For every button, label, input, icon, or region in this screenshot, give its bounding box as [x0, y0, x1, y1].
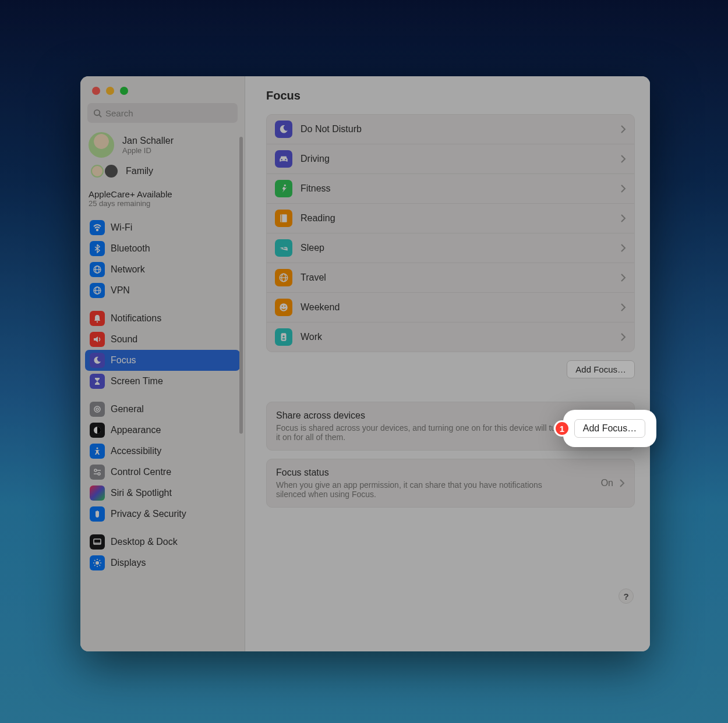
focus-row-label: Work	[301, 332, 620, 342]
svg-point-13	[97, 448, 98, 449]
bluetooth-icon	[90, 241, 105, 256]
sidebar-item-accessibility[interactable]: Accessibility	[85, 441, 240, 462]
focus-row-driving[interactable]: Driving	[267, 144, 634, 174]
add-focus-button-highlight[interactable]: Add Focus…	[574, 419, 645, 438]
bell-icon	[90, 311, 105, 326]
help-button[interactable]: ?	[619, 589, 634, 604]
focus-row-work[interactable]: Work	[267, 322, 634, 352]
sidebar-label: Sound	[111, 334, 137, 345]
settings-window: Search Jan Schaller Apple ID Family Appl…	[80, 76, 650, 651]
focus-row-label: Sleep	[301, 243, 620, 253]
sidebar-item-bluetooth[interactable]: Bluetooth	[85, 238, 240, 259]
badge-icon	[275, 328, 292, 346]
sidebar-item-desktop-dock[interactable]: Desktop & Dock	[85, 531, 240, 552]
chevron-right-icon	[620, 333, 626, 341]
minimize-window-button[interactable]	[106, 87, 114, 95]
sidebar-label: Network	[111, 264, 145, 275]
siri-icon	[90, 485, 105, 501]
search-placeholder: Search	[105, 108, 133, 118]
sidebar-label: General	[111, 404, 144, 414]
bed-icon	[275, 239, 292, 257]
family-avatar-icon	[105, 165, 118, 178]
focus-row-label: Reading	[301, 213, 620, 224]
svg-point-16	[98, 473, 100, 475]
chevron-right-icon	[620, 274, 626, 282]
focus-row-label: Fitness	[301, 183, 620, 194]
sidebar-item-apple-id[interactable]: Jan Schaller Apple ID	[80, 127, 245, 161]
svg-rect-42	[282, 338, 285, 339]
svg-point-2	[97, 229, 98, 231]
sidebar-label: Desktop & Dock	[111, 537, 178, 547]
sidebar-label: VPN	[111, 285, 130, 296]
smile-icon	[275, 299, 292, 316]
close-window-button[interactable]	[92, 87, 100, 95]
sidebar-item-wifi[interactable]: Wi-Fi	[85, 217, 240, 238]
user-name: Jan Schaller	[122, 136, 174, 146]
sidebar-item-siri[interactable]: Siri & Spotlight	[85, 483, 240, 504]
moon-icon	[90, 353, 105, 368]
svg-line-25	[94, 560, 96, 561]
search-icon	[93, 109, 102, 118]
focus-status-row[interactable]: Focus status When you give an app permis…	[266, 459, 635, 508]
focus-row-fitness[interactable]: Fitness	[267, 174, 634, 204]
focus-row-label: Do Not Disturb	[301, 124, 620, 134]
sidebar-item-screen-time[interactable]: Screen Time	[85, 371, 240, 392]
dock-icon	[90, 534, 105, 550]
hourglass-icon	[90, 374, 105, 389]
sidebar-item-vpn[interactable]: VPN	[85, 280, 240, 301]
focus-row-reading[interactable]: Reading	[267, 204, 634, 233]
chevron-right-icon	[620, 125, 626, 133]
book-icon	[275, 210, 292, 227]
svg-point-20	[96, 561, 99, 565]
status-desc: When you give an app permission, it can …	[276, 480, 567, 499]
status-title: Focus status	[276, 467, 601, 478]
sidebar-label: Wi-Fi	[111, 222, 132, 233]
svg-point-39	[284, 306, 285, 307]
status-value: On	[601, 478, 613, 488]
focus-row-label: Weekend	[301, 302, 620, 313]
user-avatar-icon	[89, 132, 114, 158]
sidebar-item-general[interactable]: General	[85, 399, 240, 420]
svg-point-30	[285, 159, 286, 160]
sidebar-item-notifications[interactable]: Notifications	[85, 308, 240, 329]
sidebar-item-network[interactable]: Network	[85, 259, 240, 280]
fullscreen-window-button[interactable]	[120, 87, 128, 95]
applecare-title: AppleCare+ Available	[89, 189, 236, 199]
family-avatar-icon	[91, 165, 104, 178]
sidebar-scrollbar[interactable]	[239, 137, 243, 434]
svg-line-1	[99, 115, 101, 117]
speaker-icon	[90, 332, 105, 347]
focus-modes-list: Do Not Disturb Driving Fitness Reading S	[266, 114, 635, 352]
focus-row-travel[interactable]: Travel	[267, 263, 634, 293]
chevron-right-icon	[619, 479, 625, 487]
add-focus-button[interactable]: Add Focus…	[567, 360, 635, 378]
sidebar-item-applecare[interactable]: AppleCare+ Available 25 days remaining	[80, 185, 245, 214]
sidebar-item-displays[interactable]: Displays	[85, 552, 240, 573]
sidebar-item-control-centre[interactable]: Control Centre	[85, 462, 240, 483]
focus-row-sleep[interactable]: Sleep	[267, 233, 634, 263]
svg-line-28	[100, 560, 101, 561]
car-icon	[275, 150, 292, 168]
applecare-sub: 25 days remaining	[89, 199, 236, 208]
callout-badge: 1	[554, 420, 570, 437]
sidebar-item-privacy[interactable]: Privacy & Security	[85, 504, 240, 524]
sidebar-label: Bluetooth	[111, 243, 150, 254]
share-title: Share across devices	[276, 410, 598, 421]
sidebar-item-family[interactable]: Family	[80, 161, 245, 185]
control-centre-icon	[90, 465, 105, 480]
search-input[interactable]: Search	[87, 103, 238, 123]
sidebar-item-focus[interactable]: Focus	[85, 350, 240, 371]
sidebar-label: Siri & Spotlight	[111, 488, 172, 498]
sidebar-item-sound[interactable]: Sound	[85, 329, 240, 350]
sidebar-item-appearance[interactable]: Appearance	[85, 420, 240, 441]
svg-point-9	[97, 321, 98, 322]
sidebar-label: Focus	[111, 355, 136, 366]
sidebar-label: Privacy & Security	[111, 509, 186, 519]
focus-row-label: Driving	[301, 154, 620, 164]
focus-row-do-not-disturb[interactable]: Do Not Disturb	[267, 115, 634, 144]
focus-row-label: Travel	[301, 272, 620, 283]
appearance-icon	[90, 423, 105, 438]
svg-point-10	[94, 406, 100, 412]
main-panel: Focus Do Not Disturb Driving Fitness Rea…	[245, 76, 650, 651]
focus-row-weekend[interactable]: Weekend	[267, 293, 634, 322]
